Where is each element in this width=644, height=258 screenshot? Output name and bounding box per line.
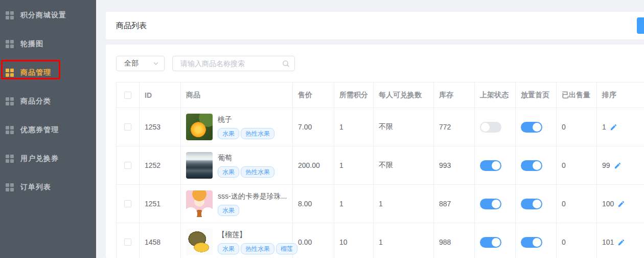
price-cell: 8.00 bbox=[293, 185, 334, 223]
sidebar-item-5[interactable]: 用户兑换券 bbox=[0, 144, 96, 173]
sold-value: 0 bbox=[562, 161, 566, 169]
price-value: 0.00 bbox=[298, 238, 312, 246]
sidebar-item-label: 轮播图 bbox=[20, 39, 43, 49]
search-input[interactable] bbox=[172, 56, 295, 71]
id-cell: 1252 bbox=[140, 146, 181, 184]
homepage-toggle[interactable] bbox=[521, 160, 542, 171]
points-value: 1 bbox=[339, 200, 343, 208]
main-content: 商品列表 全部 ID商品售价所需积分每人可兑换数库存上架 bbox=[96, 0, 644, 258]
product-tag: 水果 bbox=[218, 166, 239, 178]
stock-cell: 993 bbox=[434, 146, 475, 184]
points-cell: 1 bbox=[334, 146, 374, 184]
edit-sort-icon[interactable] bbox=[610, 123, 617, 131]
column-header-sold: 已出售量 bbox=[557, 82, 597, 107]
sort-value: 1 bbox=[602, 123, 606, 131]
homepage-toggle[interactable] bbox=[521, 122, 542, 133]
per-user-value: 1 bbox=[379, 200, 383, 208]
product-info: sss-送的卡券是珍珠... 水果 bbox=[218, 192, 287, 216]
shelf-status-cell bbox=[475, 108, 516, 146]
per-user-value: 1 bbox=[379, 238, 383, 246]
checkbox-cell bbox=[117, 223, 140, 258]
points-cell: 1 bbox=[334, 185, 374, 223]
column-header-stock: 库存 bbox=[434, 82, 475, 107]
price-value: 200.00 bbox=[298, 161, 320, 169]
checkbox-cell bbox=[117, 185, 140, 223]
product-tag: 水果 bbox=[218, 243, 239, 254]
product-info: 【榴莲】 水果热性水果榴莲 bbox=[218, 230, 297, 254]
per-user-cell: 1 bbox=[374, 185, 434, 223]
edit-sort-icon[interactable] bbox=[617, 239, 625, 246]
price-value: 8.00 bbox=[298, 200, 312, 208]
column-header-id: ID bbox=[140, 82, 181, 107]
points-value: 1 bbox=[339, 161, 343, 169]
table-row: 1251 sss-送的卡券是珍珠... 水果 8.00 1 1 887 0 10… bbox=[117, 185, 644, 223]
row-checkbox[interactable] bbox=[124, 239, 131, 246]
product-cell: sss-送的卡券是珍珠... 水果 bbox=[181, 185, 293, 223]
sidebar-item-label: 商品分类 bbox=[20, 97, 51, 106]
id-cell: 1251 bbox=[140, 185, 181, 223]
sidebar-item-6[interactable]: 订单列表 bbox=[0, 173, 96, 202]
select-all-checkbox[interactable] bbox=[124, 92, 131, 99]
per-user-cell: 不限 bbox=[374, 146, 434, 184]
sidebar-item-0[interactable]: 积分商城设置 bbox=[0, 1, 96, 30]
id-cell: 1253 bbox=[140, 108, 181, 146]
row-checkbox[interactable] bbox=[124, 123, 131, 131]
column-header-price: 售价 bbox=[293, 82, 334, 107]
product-name: 桃子 bbox=[218, 115, 274, 124]
sold-value: 0 bbox=[562, 200, 566, 208]
stock-cell: 988 bbox=[434, 223, 475, 258]
product-name: 葡萄 bbox=[218, 154, 274, 163]
column-header-product: 商品 bbox=[181, 82, 293, 107]
sort-cell: 99 bbox=[597, 146, 644, 184]
category-select[interactable]: 全部 bbox=[116, 56, 165, 71]
durian-photo bbox=[186, 229, 213, 255]
homepage-cell bbox=[516, 146, 557, 184]
homepage-toggle[interactable] bbox=[521, 199, 542, 209]
sidebar-item-4[interactable]: 优惠券管理 bbox=[0, 116, 96, 144]
table-row: 1458 【榴莲】 水果热性水果榴莲 0.00 10 1 988 0 101 bbox=[117, 223, 644, 258]
shelf-status-toggle[interactable] bbox=[480, 199, 501, 209]
product-cell: 桃子 水果热性水果 bbox=[181, 108, 293, 146]
add-product-button[interactable] bbox=[637, 17, 644, 34]
price-cell: 0.00 bbox=[293, 223, 334, 258]
product-tag: 热性水果 bbox=[241, 166, 274, 178]
category-select-value: 全部 bbox=[124, 59, 139, 68]
product-tag: 水果 bbox=[218, 128, 239, 139]
table-row: 1253 桃子 水果热性水果 7.00 1 不限 772 0 1 bbox=[117, 108, 644, 146]
stock-value: 988 bbox=[439, 238, 451, 246]
edit-sort-icon[interactable] bbox=[614, 162, 622, 169]
sidebar-item-3[interactable]: 商品分类 bbox=[0, 87, 96, 116]
sidebar-item-label: 商品管理 bbox=[20, 68, 51, 77]
app-root: 积分商城设置 轮播图 商品管理 商品分类 优惠券管理 用户兑换券 订单列表 商品… bbox=[0, 0, 644, 258]
shelf-status-cell bbox=[475, 185, 516, 223]
sort-value: 101 bbox=[602, 238, 614, 246]
shelf-status-toggle[interactable] bbox=[480, 237, 501, 248]
per-user-value: 不限 bbox=[379, 122, 393, 132]
homepage-toggle[interactable] bbox=[521, 237, 542, 248]
search-icon bbox=[282, 60, 290, 68]
per-user-cell: 不限 bbox=[374, 108, 434, 146]
product-tag-list: 水果热性水果 bbox=[218, 166, 274, 178]
shelf-status-toggle[interactable] bbox=[480, 160, 501, 171]
table-body: 1253 桃子 水果热性水果 7.00 1 不限 772 0 1 1252 葡萄… bbox=[117, 108, 644, 258]
sort-value: 99 bbox=[602, 161, 610, 169]
checkbox-cell bbox=[117, 108, 140, 146]
product-cell: 葡萄 水果热性水果 bbox=[181, 146, 293, 184]
shelf-status-toggle[interactable] bbox=[480, 122, 501, 133]
column-header-shelf: 上架状态 bbox=[475, 82, 516, 107]
sidebar-item-label: 订单列表 bbox=[20, 183, 51, 192]
sort-cell: 1 bbox=[597, 108, 644, 146]
shelf-status-cell bbox=[475, 223, 516, 258]
row-checkbox[interactable] bbox=[124, 200, 131, 207]
table-header-row: ID商品售价所需积分每人可兑换数库存上架状态放置首页已出售量排序 bbox=[117, 82, 644, 108]
sort-cell: 101 bbox=[597, 223, 644, 258]
sidebar-item-1[interactable]: 轮播图 bbox=[0, 30, 96, 58]
grid-icon bbox=[6, 126, 14, 134]
row-checkbox[interactable] bbox=[124, 162, 131, 169]
grid-icon bbox=[6, 97, 14, 105]
grid-icon bbox=[6, 11, 14, 19]
edit-sort-icon[interactable] bbox=[617, 200, 625, 208]
sidebar-item-2[interactable]: 商品管理 bbox=[0, 58, 96, 87]
anime-girl-photo bbox=[186, 190, 213, 217]
grid-icon bbox=[6, 69, 14, 77]
